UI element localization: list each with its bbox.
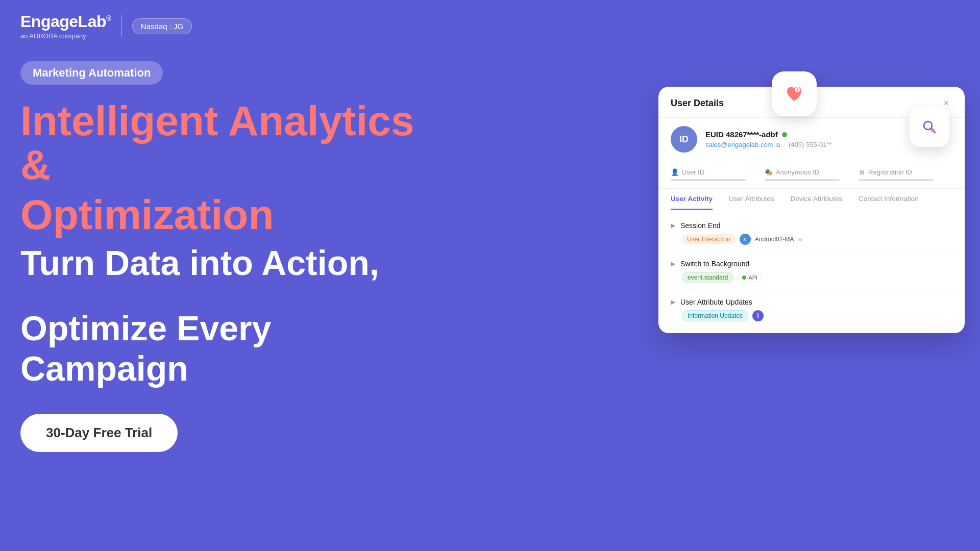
svg-point-6 xyxy=(930,128,935,132)
hamburger-icon: ≡ xyxy=(798,235,802,243)
activity-session-end-tags: User Interaction A Android02-MA ≡ xyxy=(671,234,952,245)
user-id-icon: 👤 xyxy=(671,168,679,176)
activity-switch-tags: event.standard API xyxy=(671,272,952,283)
android-label: Android02-MA xyxy=(755,236,794,243)
user-email[interactable]: sales@engagelab.com xyxy=(705,141,773,148)
tabs: User Activity User Attributes Device Att… xyxy=(658,189,965,210)
anonymous-id-field: 🎭 Anonymous ID xyxy=(765,168,859,181)
cta-button[interactable]: 30-Day Free Trial xyxy=(20,414,178,452)
anonymous-id-icon: 🎭 xyxy=(765,168,773,176)
logo-container: EngageLab® an AURORA company xyxy=(20,12,111,40)
aurora-label: an AURORA company xyxy=(20,32,111,40)
headline-white-1: Turn Data into Action, xyxy=(20,243,419,283)
expand-arrow-switch[interactable]: ▶ xyxy=(671,260,675,267)
svg-rect-3 xyxy=(918,116,941,138)
tab-user-attributes[interactable]: User Attributes xyxy=(729,189,774,210)
activity-attribute-tags: Information Updates i xyxy=(671,310,952,321)
activity-list: ▶ Session End User Interaction A Android… xyxy=(658,210,965,333)
user-id-value xyxy=(671,179,746,181)
tab-device-attributes[interactable]: Device Attributes xyxy=(791,189,842,210)
id-fields: 👤 User ID 🎭 Anonymous ID 🖥 Registration … xyxy=(658,161,965,189)
anonymous-id-label: 🎭 Anonymous ID xyxy=(765,168,859,176)
tag-info-updates: Information Updates xyxy=(682,310,748,321)
activity-switch-background: ▶ Switch to Background event.standard AP… xyxy=(658,253,965,291)
activity-session-end-header: ▶ Session End xyxy=(671,221,952,230)
copy-icon[interactable]: ⧉ xyxy=(776,141,780,148)
android-platform-icon: A xyxy=(740,234,751,245)
headline-pink-2: Optimization xyxy=(20,193,419,237)
expand-arrow-session-end[interactable]: ▶ xyxy=(671,222,675,229)
activity-user-attribute-updates: ▶ User Attribute Updates Information Upd… xyxy=(658,291,965,329)
contact-separator: · xyxy=(783,141,786,148)
euid-text: EUID 48267****-adbf xyxy=(705,130,778,139)
nasdaq-badge: Nasdaq : JG xyxy=(132,18,192,34)
tab-contact-information[interactable]: Contact Information xyxy=(859,189,919,210)
user-phone: (405) 555-01** xyxy=(789,141,832,148)
api-badge: API xyxy=(738,273,762,282)
logo-registered: ® xyxy=(106,14,111,22)
activity-session-end: ▶ Session End User Interaction A Android… xyxy=(658,214,965,253)
activity-switch-background-header: ▶ Switch to Background xyxy=(671,260,952,268)
svg-text:A: A xyxy=(743,238,746,241)
headline-pink-1: Intelligent Analytics & xyxy=(20,99,419,187)
tag-user-interaction: User Interaction xyxy=(682,234,736,244)
header: EngageLab® an AURORA company Nasdaq : JG xyxy=(20,12,192,40)
user-id-field: 👤 User ID xyxy=(671,168,765,181)
logo: EngageLab® xyxy=(20,12,111,31)
header-divider xyxy=(121,15,122,37)
logo-engage: Engage xyxy=(20,12,78,31)
marketing-badge: Marketing Automation xyxy=(20,61,163,85)
headline-white-2: Optimize Every Campaign xyxy=(20,308,419,388)
registration-id-icon: 🖥 xyxy=(859,168,865,176)
activity-user-attribute-header: ▶ User Attribute Updates xyxy=(671,298,952,306)
left-content: Marketing Automation Intelligent Analyti… xyxy=(20,61,419,452)
tag-event-standard: event.standard xyxy=(682,272,733,283)
activity-session-end-name: Session End xyxy=(680,221,721,230)
info-circle-icon: i xyxy=(752,310,764,321)
card-title: User Details xyxy=(671,98,724,109)
tab-user-activity[interactable]: User Activity xyxy=(671,189,713,210)
user-id-label: 👤 User ID xyxy=(671,168,765,176)
registration-id-value xyxy=(859,179,934,181)
search-icon-float xyxy=(910,107,949,147)
api-dot xyxy=(742,276,746,280)
user-avatar: ID xyxy=(671,126,697,153)
expand-arrow-attribute[interactable]: ▶ xyxy=(671,298,675,306)
activity-attribute-name: User Attribute Updates xyxy=(680,298,752,306)
svg-text:+: + xyxy=(796,87,799,93)
activity-switch-name: Switch to Background xyxy=(680,260,749,268)
logo-lab: Lab xyxy=(78,12,106,31)
api-label: API xyxy=(748,274,757,281)
heart-icon-float: + xyxy=(772,71,817,116)
registration-id-label: 🖥 Registration ID xyxy=(859,168,952,176)
online-status-dot xyxy=(782,132,787,137)
anonymous-id-value xyxy=(765,179,840,181)
registration-id-field: 🖥 Registration ID xyxy=(859,168,952,181)
